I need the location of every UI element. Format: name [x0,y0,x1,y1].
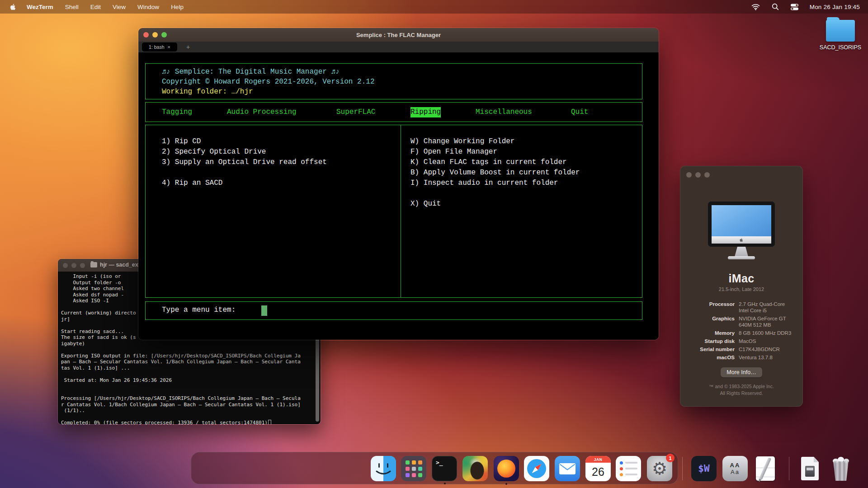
menu-shell[interactable]: Shell [59,0,85,14]
menu-item-audio-processing[interactable]: Audio Processing [227,107,297,117]
menu-item-tagging[interactable]: Tagging [162,107,192,117]
spec-label: Graphics [688,315,735,328]
menu-bar: WezTerm Shell Edit View Window Help Mon … [0,0,868,14]
option-apply-volume-boost[interactable]: B) Apply Volume Boost in current folder [410,168,580,178]
gear-icon: ⚙ [652,459,667,479]
menu-bar-clock[interactable]: Mon 26 Jan 19:45 [806,4,860,10]
dock-music-beethoven-icon[interactable] [462,456,488,481]
mac-specs-list: Processor 2.7 GHz Quad-Core Intel Core i… [680,301,802,361]
minimize-button[interactable] [71,263,76,268]
dock-textedit-icon[interactable] [753,456,778,481]
option-specify-optical-drive[interactable]: 2) Specify Optical Drive [162,147,266,157]
prompt-label: Type a menu item: [162,306,236,314]
dock-terminal-icon[interactable]: >_ [432,456,457,481]
dock-font-book-icon[interactable]: AA Aa [722,456,748,481]
spec-value: NVIDIA GeForce GT 640M 512 MB [739,315,795,328]
menu-help[interactable]: Help [165,0,189,14]
mac-model-title: iMac [729,272,755,285]
menu-window[interactable]: Window [132,0,165,14]
semplice-tab-bar: 1: bash × + [138,42,659,52]
dock-reminders-icon[interactable] [616,456,641,481]
dock-calendar-icon[interactable]: JAN 26 [585,456,611,481]
spec-value: 8 GB 1600 MHz DDR3 [739,330,795,336]
close-button[interactable] [686,172,692,178]
tab-bash[interactable]: 1: bash × [142,42,177,52]
dock-mail-icon[interactable] [555,456,580,481]
notification-badge: 1 [666,454,675,462]
menu-item-quit[interactable]: Quit [571,107,588,117]
dock-firefox-icon[interactable] [494,456,519,481]
minimize-button[interactable] [695,172,701,178]
option-inspect-audio[interactable]: I) Inspect audio in current folder [410,178,558,188]
terminal-window-title: hjr — sacd_ext [100,262,140,268]
desktop-folder-label: SACD_ISORIPS [813,44,868,51]
mac-model-subtitle: 21.5-inch, Late 2012 [719,286,764,292]
semplice-window: Semplice : The FLAC Manager 1: bash × + … [138,28,659,340]
menu-item-ripping-active[interactable]: Ripping [410,107,441,117]
tui-main-box: 1) Rip CD 2) Specify Optical Drive 3) Su… [145,125,642,298]
menu-view[interactable]: View [107,0,132,14]
minimize-button[interactable] [152,32,158,38]
apple-logo-icon [740,238,743,242]
drive-icon [805,466,815,477]
spec-value: C17K4JBGDNCR [739,346,795,352]
semplice-window-title: Semplice : The FLAC Manager [356,32,441,38]
tab-label: 1: bash [149,44,164,50]
option-rip-cd[interactable]: 1) Rip CD [162,136,201,147]
spotlight-search-icon[interactable] [768,3,783,10]
semplice-tui: ♬♪ Semplice: The Digital Music Manager ♬… [138,52,659,340]
more-info-button[interactable]: More Info… [721,367,762,377]
terminal-progress-line: Completed: 0% (file sectors processed: 1… [61,420,271,425]
menu-item-miscellaneous[interactable]: Miscellaneous [476,107,532,117]
prompt-cursor [261,305,267,316]
dock-finder-icon[interactable] [371,456,396,481]
spec-label: Processor [688,301,735,314]
option-change-working-folder[interactable]: W) Change Working Folder [410,136,514,147]
about-this-mac-window: iMac 21.5-inch, Late 2012 Processor 2.7 … [680,166,803,407]
new-tab-button[interactable]: + [184,42,193,52]
spec-label: Serial number [688,346,735,352]
column-divider [401,125,401,297]
zoom-button[interactable] [161,32,167,38]
control-center-icon[interactable] [787,4,802,10]
tui-menu-bar: Tagging Audio Processing SuperFLAC Rippi… [145,102,642,122]
spec-value: MacOS [739,338,795,344]
calendar-month: JAN [585,456,611,463]
proxy-folder-icon [90,262,97,267]
close-button[interactable] [63,263,68,268]
wifi-icon[interactable] [747,4,764,10]
dock-disk-image-file-icon[interactable] [797,456,822,481]
spec-value: 2.7 GHz Quad-Core Intel Core i5 [739,301,795,314]
dock-trash-icon[interactable] [828,456,854,481]
dock-launchpad-icon[interactable] [401,456,426,481]
zoom-button[interactable] [704,172,710,178]
option-supply-read-offset[interactable]: 3) Supply an Optical Drive read offset [162,157,327,168]
calendar-day: 26 [585,463,611,481]
dock: >_ JAN 26 ⚙ 1 $W AA Aa [191,452,678,484]
option-rip-sacd[interactable]: 4) Rip an SACD [162,178,222,188]
tab-close-icon[interactable]: × [168,44,170,50]
desktop: WezTerm Shell Edit View Window Help Mon … [0,0,868,488]
dock-safari-icon[interactable] [524,456,549,481]
option-quit[interactable]: X) Quit [410,199,441,209]
tui-prompt-box[interactable]: Type a menu item: [145,301,642,320]
apple-menu-icon[interactable] [0,0,21,14]
dock-system-settings-icon[interactable]: ⚙ 1 [647,456,672,481]
menu-app-name[interactable]: WezTerm [21,0,59,14]
spec-label: macOS [688,354,735,361]
menu-item-superflac[interactable]: SuperFLAC [336,107,375,117]
zoom-button[interactable] [80,263,85,268]
option-open-file-manager[interactable]: F) Open File Manager [410,147,497,157]
imac-illustration [708,202,775,266]
spec-label: Memory [688,330,735,336]
dock-separator [789,457,789,480]
menu-edit[interactable]: Edit [85,0,107,14]
close-button[interactable] [143,32,149,38]
desktop-folder-sacd-isorips[interactable]: SACD_ISORIPS [820,16,861,58]
option-clean-flac-tags[interactable]: K) Clean FLAC tags in current folder [410,157,567,168]
dock-wezterm-icon[interactable]: $W [691,456,717,481]
semplice-title-bar[interactable]: Semplice : The FLAC Manager [138,28,659,42]
dock-separator [682,457,683,480]
spec-value: Ventura 13.7.8 [739,354,795,361]
spec-label: Startup disk [688,338,735,344]
